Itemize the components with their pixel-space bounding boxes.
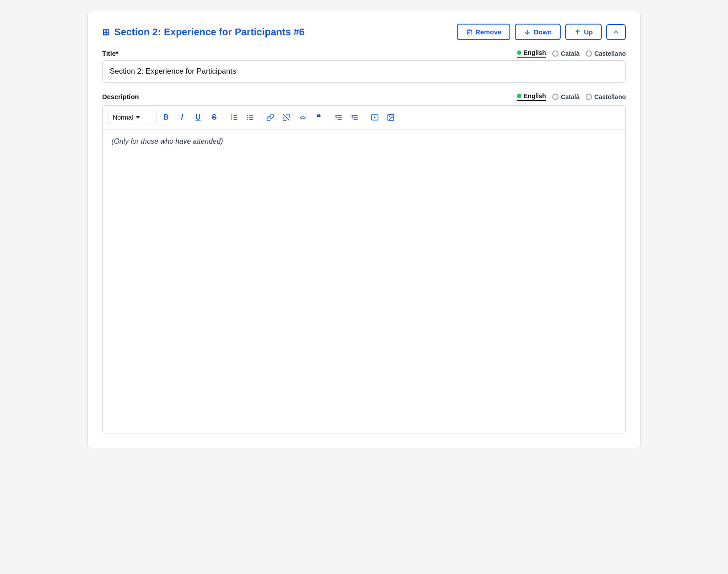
remove-button[interactable]: Remove [457, 24, 510, 40]
svg-text:3.: 3. [231, 118, 233, 121]
section-title-text: Section 2: Experience for Participants #… [114, 26, 305, 38]
toolbar-divider-4 [364, 112, 365, 123]
blockquote-button[interactable]: ❝ [311, 110, 326, 125]
bold-button[interactable]: B [159, 110, 173, 125]
format-select[interactable]: Normal [108, 111, 157, 124]
title-label: Title* [102, 50, 118, 57]
chevron-up-icon [612, 29, 620, 36]
catala-radio [552, 50, 558, 57]
trash-icon [466, 29, 473, 36]
toolbar-divider-2 [260, 112, 261, 123]
indent-right-icon [335, 113, 343, 121]
ordered-list-icon: 1. 2. 3. [230, 113, 238, 121]
title-english-label: English [524, 49, 546, 56]
castellano-radio [586, 50, 592, 57]
desc-catala-radio [552, 94, 558, 100]
desc-label: Description [102, 93, 139, 100]
code-icon: <> [299, 114, 305, 121]
svg-point-24 [389, 116, 390, 116]
desc-english-label: English [524, 92, 546, 100]
unordered-list-icon [246, 113, 254, 121]
editor-content-area[interactable]: (Only for those who have attended) [103, 129, 625, 433]
desc-lang-switcher: English Català Castellano [517, 92, 626, 101]
link-button[interactable] [263, 110, 277, 125]
desc-catala-label: Català [561, 93, 579, 100]
desc-castellano-label: Castellano [594, 93, 626, 100]
desc-castellano-radio [586, 94, 592, 100]
svg-line-14 [283, 114, 290, 121]
title-lang-castellano[interactable]: Castellano [586, 50, 626, 57]
title-castellano-label: Castellano [594, 50, 626, 57]
title-catala-label: Català [561, 50, 579, 57]
desc-field-row: Description English Català Castellano [102, 92, 626, 101]
strikethrough-button[interactable]: S [207, 110, 221, 125]
indent-left-button[interactable] [347, 110, 362, 125]
title-lang-english[interactable]: English [517, 49, 546, 58]
desc-lang-castellano[interactable]: Castellano [586, 93, 626, 100]
italic-button[interactable]: I [175, 110, 189, 125]
drag-handle-icon[interactable]: ⊞ [102, 27, 110, 37]
unordered-list-button[interactable] [243, 110, 257, 125]
header-row: ⊞ Section 2: Experience for Participants… [102, 24, 626, 40]
section-card: ⊞ Section 2: Experience for Participants… [87, 11, 641, 448]
svg-point-11 [247, 115, 248, 116]
section-title: ⊞ Section 2: Experience for Participants… [102, 26, 305, 38]
image-button[interactable] [384, 110, 398, 125]
toolbar-divider-3 [328, 112, 329, 123]
up-button[interactable]: Up [565, 24, 602, 40]
english-active-dot [517, 50, 521, 55]
svg-marker-22 [374, 116, 376, 119]
desc-english-dot [517, 94, 521, 98]
toolbar-divider-1 [224, 112, 224, 123]
svg-point-13 [247, 119, 248, 120]
indent-left-icon [351, 113, 359, 121]
editor-toolbar: Normal B I U S [103, 106, 625, 129]
title-lang-catala[interactable]: Català [552, 50, 579, 57]
blockquote-icon: ❝ [316, 112, 321, 122]
underline-icon: U [195, 113, 201, 121]
desc-lang-english[interactable]: English [517, 92, 546, 101]
media-icon [371, 113, 379, 121]
title-input[interactable] [102, 60, 626, 83]
format-select-value: Normal [113, 114, 133, 121]
format-select-chevron [136, 116, 140, 119]
link-icon [266, 113, 274, 121]
ordered-list-button[interactable]: 1. 2. 3. [227, 110, 241, 125]
remove-label: Remove [476, 28, 501, 36]
title-lang-switcher: English Català Castellano [517, 49, 626, 58]
unlink-icon [282, 113, 290, 121]
editor-content-text: (Only for those who have attended) [112, 137, 223, 145]
desc-lang-catala[interactable]: Català [552, 93, 579, 100]
italic-icon: I [181, 113, 183, 121]
code-button[interactable]: <> [295, 110, 310, 125]
up-label: Up [584, 28, 593, 36]
rich-text-editor: Normal B I U S [102, 105, 626, 433]
svg-point-12 [247, 117, 248, 118]
bold-icon: B [163, 113, 169, 121]
header-buttons: Remove Down Up [457, 24, 626, 40]
strikethrough-icon: S [212, 113, 217, 121]
arrow-up-icon [574, 29, 581, 36]
down-label: Down [534, 28, 552, 36]
media-button[interactable] [368, 110, 382, 125]
underline-button[interactable]: U [191, 110, 205, 125]
down-button[interactable]: Down [515, 24, 561, 40]
indent-right-button[interactable] [331, 110, 346, 125]
title-field-row: Title* English Català Castellano [102, 49, 626, 58]
unlink-button[interactable] [279, 110, 294, 125]
arrow-down-icon [524, 29, 531, 36]
image-icon [387, 113, 395, 121]
collapse-button[interactable] [606, 24, 626, 40]
